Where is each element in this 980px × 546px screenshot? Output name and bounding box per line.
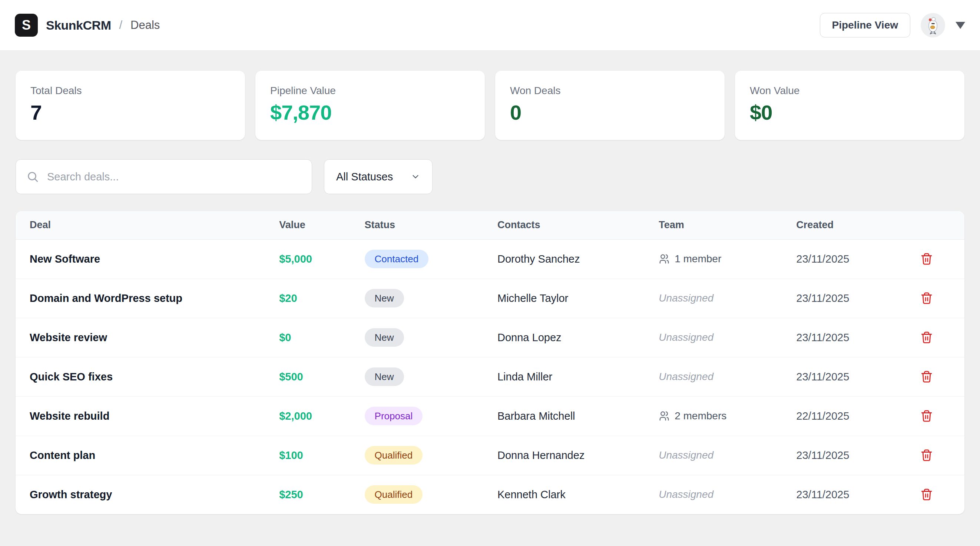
breadcrumb-page: Deals (130, 19, 160, 32)
deal-actions-cell (888, 436, 964, 475)
trash-icon (920, 488, 933, 501)
stat-label: Won Deals (510, 85, 710, 97)
team-members-label: 2 members (675, 410, 727, 422)
deal-status-cell: Proposal (357, 396, 490, 436)
deal-actions-cell (888, 279, 964, 318)
team-unassigned-label: Unassigned (659, 489, 713, 500)
deal-team-cell: Unassigned (651, 279, 789, 318)
trash-icon (920, 331, 933, 344)
deal-created-cell: 22/11/2025 (789, 396, 888, 436)
delete-deal-button[interactable] (918, 368, 935, 385)
delete-deal-button[interactable] (918, 447, 935, 464)
status-badge: Qualified (365, 485, 423, 504)
deal-status-cell: New (357, 279, 490, 318)
deal-created-cell: 23/11/2025 (789, 436, 888, 475)
table-row: Website review $0 New Donna Lopez Unassi… (16, 318, 964, 357)
deal-contact-cell: Kenneth Clark (490, 475, 651, 514)
app-logo-icon: S (15, 14, 38, 37)
status-badge: Proposal (365, 407, 423, 425)
stat-value: $7,870 (270, 100, 470, 124)
brand-name: SkunkCRM (46, 18, 111, 33)
deal-actions-cell (888, 475, 964, 514)
deal-value-cell: $20 (272, 279, 357, 318)
deal-value-cell: $0 (272, 318, 357, 357)
deal-value-cell: $2,000 (272, 396, 357, 436)
deal-contact-cell: Barbara Mitchell (490, 396, 651, 436)
table-row: Website rebuild $2,000 Proposal Barbara … (16, 396, 964, 436)
column-header-contacts: Contacts (490, 211, 651, 239)
breadcrumb-separator: / (119, 19, 123, 32)
robot-avatar-icon (923, 16, 943, 35)
stat-value: $0 (750, 100, 950, 124)
deal-team-cell: 1 member (651, 239, 789, 279)
delete-deal-button[interactable] (918, 486, 935, 503)
status-filter-value: All Statuses (336, 171, 393, 183)
deal-status-cell: New (357, 318, 490, 357)
pipeline-view-button[interactable]: Pipeline View (820, 13, 910, 37)
trash-icon (920, 370, 933, 383)
column-header-actions (888, 211, 964, 239)
deal-name-cell: Website review (16, 318, 272, 357)
status-badge: New (365, 289, 404, 308)
stat-card: Total Deals 7 (16, 71, 245, 140)
table-row: Growth strategy $250 Qualified Kenneth C… (16, 475, 964, 514)
deal-status-cell: Contacted (357, 239, 490, 279)
status-badge: Qualified (365, 446, 423, 465)
table-row: New Software $5,000 Contacted Dorothy Sa… (16, 239, 964, 279)
deal-status-cell: New (357, 357, 490, 396)
deal-contact-cell: Donna Hernandez (490, 436, 651, 475)
deal-team-cell: 2 members (651, 396, 789, 436)
deals-table-card: DealValueStatusContactsTeamCreated New S… (16, 211, 964, 514)
deal-actions-cell (888, 239, 964, 279)
chevron-down-icon (411, 172, 420, 181)
stat-card: Won Value $0 (735, 71, 964, 140)
filters-row: All Statuses (16, 159, 964, 194)
deal-value-cell: $100 (272, 436, 357, 475)
users-icon (659, 253, 670, 265)
search-icon (26, 170, 39, 183)
table-header-row: DealValueStatusContactsTeamCreated (16, 211, 964, 239)
main-content: Total Deals 7 Pipeline Value $7,870 Won … (0, 71, 980, 514)
deal-created-cell: 23/11/2025 (789, 475, 888, 514)
deal-name-cell: Growth strategy (16, 475, 272, 514)
app-header: S SkunkCRM / Deals Pipeline View (0, 0, 980, 51)
deal-actions-cell (888, 318, 964, 357)
deal-actions-cell (888, 396, 964, 436)
team-unassigned-label: Unassigned (659, 449, 713, 461)
deal-actions-cell (888, 357, 964, 396)
delete-deal-button[interactable] (918, 408, 935, 424)
team-members: 2 members (659, 410, 781, 422)
deal-contact-cell: Michelle Taylor (490, 279, 651, 318)
trash-icon (920, 410, 933, 422)
deal-name-cell: Quick SEO fixes (16, 357, 272, 396)
stats-row: Total Deals 7 Pipeline Value $7,870 Won … (16, 71, 964, 140)
delete-deal-button[interactable] (918, 290, 935, 307)
stat-card: Pipeline Value $7,870 (255, 71, 485, 140)
status-filter-select[interactable]: All Statuses (324, 159, 433, 194)
column-header-value: Value (272, 211, 357, 239)
stat-value: 0 (510, 100, 710, 124)
team-unassigned-label: Unassigned (659, 371, 713, 382)
deal-value-cell: $5,000 (272, 239, 357, 279)
deal-contact-cell: Donna Lopez (490, 318, 651, 357)
status-badge: New (365, 367, 404, 386)
deal-created-cell: 23/11/2025 (789, 357, 888, 396)
search-input[interactable] (47, 171, 301, 183)
stat-card: Won Deals 0 (495, 71, 725, 140)
deal-created-cell: 23/11/2025 (789, 279, 888, 318)
delete-deal-button[interactable] (918, 251, 935, 267)
delete-deal-button[interactable] (918, 329, 935, 346)
caret-down-icon[interactable] (956, 22, 965, 29)
deal-value-cell: $500 (272, 357, 357, 396)
team-members-label: 1 member (675, 253, 721, 265)
deal-name-cell: Domain and WordPress setup (16, 279, 272, 318)
column-header-created: Created (789, 211, 888, 239)
avatar[interactable] (921, 13, 945, 37)
team-members: 1 member (659, 253, 781, 265)
deal-name-cell: New Software (16, 239, 272, 279)
trash-icon (920, 252, 933, 265)
table-row: Content plan $100 Qualified Donna Hernan… (16, 436, 964, 475)
table-row: Domain and WordPress setup $20 New Miche… (16, 279, 964, 318)
status-badge: Contacted (365, 250, 429, 268)
column-header-team: Team (651, 211, 789, 239)
